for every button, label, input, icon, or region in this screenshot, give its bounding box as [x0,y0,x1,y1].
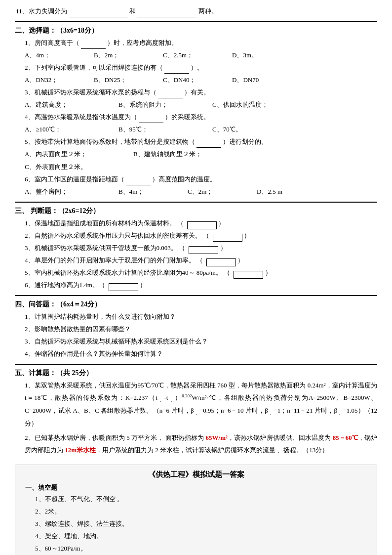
q6-end: ）高度范围内的温度。 [152,175,216,183]
section4-header: 四、问答题：（6x4＝24分） [15,300,377,309]
j5-line: 5、室内机械循环热水采暖系统水力计算的经济比摩阻为40～ 80pa/m。 （ ） [15,267,377,279]
q2-end: ）。 [191,64,203,71]
q2-line: 2、下列室内采暖管道，可以采用焊接连接的有（ ）。 [15,62,377,74]
q3-text: 3、机械循环热水采暖系统循环水泵的扬程与（ [25,88,157,96]
j5-answer[interactable] [234,271,263,279]
j1-line: 1、保温地面是指组成地面的所有材料均为保温材料。 （ ） [15,217,377,229]
j1-text: 1、保温地面是指组成地面的所有材料均为保温材料。 （ [25,219,184,227]
answer-title: 《供热工程》模拟试题一答案 [25,470,367,479]
q5-opt-a: A、内表面向里２米； [25,148,128,160]
j4-line: 4、单层外门的外门开启附加率大于双层外门的外门附加率。 （ ） [15,255,377,266]
answer-section: 《供热工程》模拟试题一答案 一、填空题 1、不超压、不气化、不倒空 。 2、2米… [15,465,377,555]
j6-end: ） [140,281,146,289]
q3-options: A、建筑高度； B、系统的阻力； C、供回水的温度； [15,99,377,111]
q4-text: 4、高温热水采暖系统是指供水温度为（ [25,113,137,121]
j6-answer[interactable] [109,283,138,291]
q3-end: ）有关。 [184,88,210,96]
w2-line: 2、影响散热器散热量的因素有哪些？ [15,323,377,335]
q1-text: 1、房间高度高于（ [25,39,79,46]
answer-a1: 1、不超压、不气化、不倒空 。 [25,493,367,505]
j4-answer[interactable] [206,258,236,266]
q2-opt-d: D、DN70 [232,74,296,86]
w1-line: 1、计算围护结构耗热量时，为什么要进行朝向附加？ [15,311,377,323]
q3-opt-a: A、建筑高度； [25,99,114,111]
q2-text: 2、下列室内采暖管道，可以采用焊接连接的有（ [25,64,163,71]
j2-text: 2、自然循环热水采暖系统作用压力只与供回水的密度差有关。 （ [25,232,209,239]
q3-blank[interactable] [158,91,183,98]
divider-1 [15,21,377,22]
fill-q11-end: 两种。 [198,7,218,15]
q4-end: ）的采暖系统。 [165,113,210,121]
q6-opt-b: B、4m； [118,186,183,198]
q6-opt-d: D、2.5 m [257,186,321,198]
calc2-para: 2、已知某热水锅炉房，供暖面积为 5 万平方米， 面积热指标为 65W/m²，该… [15,432,377,456]
q5-opt-c: C、外表面向里２米。 [25,163,87,171]
q1-opt-d: D、3m。 [232,49,296,61]
q4-opt-b: B、95℃； [118,124,207,135]
q3-opt-b: B、系统的阻力； [118,99,207,111]
fill-q11-blank1[interactable] [69,10,128,17]
q1-end: ）时，应考虑高度附加。 [107,39,178,46]
w4-line: 4、伸缩器的作用是什么？其热伸长量如何计算？ [15,348,377,360]
q1-options: A、4m； B、2m； C、2.5m； D、3m。 [15,49,377,61]
answer-a4: 4、架空、埋地、地沟。 [25,530,367,542]
divider-4 [15,364,377,365]
calc2-text: 2、已知某热水锅炉房，供暖面积为 5 万平方米， 面积热指标为 65W/m²，该… [25,434,377,454]
fill-q11-line: 11、水力失调分为 和 两种。 [15,5,377,17]
answer-a2: 2、2米。 [25,506,367,517]
q2-opt-c: C、DN40； [163,74,227,86]
j6-text: 6、通行地沟净高为1.4m。（ [25,281,105,289]
j3-answer[interactable] [189,246,218,254]
j1-answer[interactable] [187,221,217,229]
q2-opt-b: B、DN25； [94,74,158,86]
j5-text: 5、室内机械循环热水采暖系统水力计算的经济比摩阻为40～ 80pa/m。 （ [25,269,230,276]
q5-options: A、内表面向里２米； B、建筑轴线向里２米； [15,148,377,160]
q3-line: 3、机械循环热水采暖系统循环水泵的扬程与（ ）有关。 [15,86,377,98]
q4-line: 4、高温热水采暖系统是指供水温度为（ ）的采暖系统。 [15,111,377,123]
q1-line: 1、房间高度高于（ ）时，应考虑高度附加。 [15,37,377,49]
q4-blank[interactable] [139,116,163,123]
j3-text: 3、机械循环热水采暖系统供回干管坡度一般为0.003。 （ [25,244,185,252]
j5-end: ） [265,269,272,276]
calc1-para: 1、某双管热水采暖系统，供回水温度为95℃/70℃，散热器采用四柱 760 型，… [15,380,377,430]
q5-blank[interactable] [196,141,221,148]
q1-opt-a: A、4m； [25,49,89,61]
fill-q11-blank2[interactable] [137,10,196,17]
q1-blank[interactable] [81,42,106,49]
q1-opt-c: C、2.5m； [163,49,227,61]
section2-header: 二、选择题：（3x6=18分） [15,26,377,35]
q5-opt-c-line: C、外表面向里２米。 [15,161,377,173]
answer-a3: 3、螺纹连接、焊接、法兰连接。 [25,518,367,530]
q5-opt-b: B、建筑轴线向里２米； [133,148,237,160]
q1-opt-b: B、2m； [94,49,158,61]
q6-opt-a: A、整个房间； [25,186,114,198]
calc1-text: 1、某双管热水采暖系统，供回水温度为95℃/70℃，散热器采用四柱 760 型，… [25,382,377,427]
divider-3 [15,295,377,296]
q4-opt-a: A、≥100℃； [25,124,114,135]
page: 11、水力失调分为 和 两种。 二、选择题：（3x6=18分） 1、房间高度高于… [0,0,392,555]
j2-answer[interactable] [213,234,242,242]
answer-sub1: 一、填空题 [25,483,367,492]
fill-q11-text: 11、水力失调分为 [16,7,67,15]
q2-options: A、DN32； B、DN25； C、DN40； D、DN70 [15,74,377,86]
j3-line: 3、机械循环热水采暖系统供回干管坡度一般为0.003。 （ ） [15,242,377,254]
q2-opt-a: A、DN32； [25,74,89,86]
j6-line: 6、通行地沟净高为1.4m。（ ） [15,279,377,291]
q4-options: A、≥100℃； B、95℃； C、70℃。 [15,124,377,135]
answer-a5: 5、60～120Pa/m。 [25,543,367,555]
j3-end: ） [220,244,227,252]
q5-line: 5、按地带法计算地面传热系数时，地带的划分是按建筑物（ ）进行划分的。 [15,136,377,148]
q2-blank[interactable] [164,67,189,74]
q6-line: 6、室内工作区的温度是指距地面（ ）高度范围内的温度。 [15,173,377,185]
j1-end: ） [218,219,225,227]
j2-end: ） [244,232,250,239]
j4-text: 4、单层外门的外门开启附加率大于双层外门的外门附加率。 （ [25,256,203,264]
q4-opt-c: C、70℃。 [212,124,301,135]
q6-blank[interactable] [126,178,151,185]
divider-2 [15,202,377,203]
q6-text: 6、室内工作区的温度是指距地面（ [25,175,124,183]
q5-end: ）进行划分的。 [223,138,268,145]
fill-q11-and: 和 [129,7,136,15]
q5-text: 5、按地带法计算地面传热系数时，地带的划分是按建筑物（ [25,138,195,145]
q6-options: A、整个房间； B、4m； C、2m； D、2.5 m [15,186,377,198]
